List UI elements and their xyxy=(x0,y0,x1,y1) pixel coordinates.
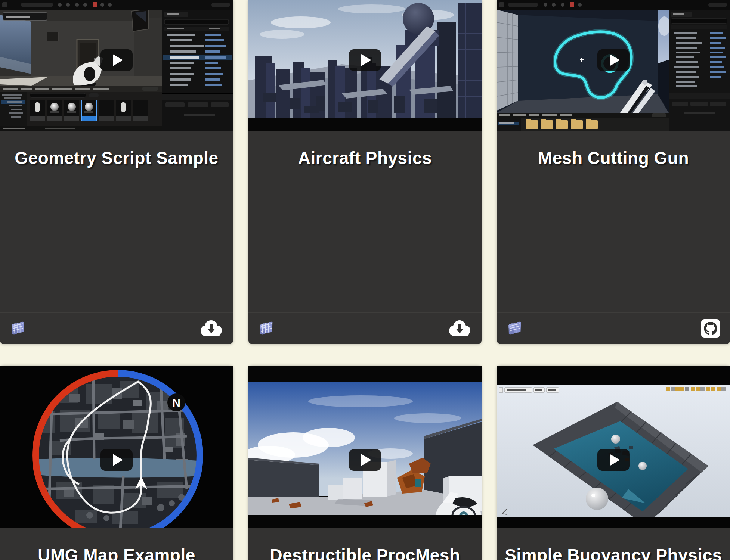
project-title: Aircraft Physics xyxy=(252,148,478,168)
project-card-aircraft-physics: Aircraft Physics xyxy=(248,0,482,344)
play-button[interactable] xyxy=(349,449,381,471)
play-icon xyxy=(361,454,371,466)
play-button[interactable] xyxy=(597,449,630,471)
video-thumbnail[interactable] xyxy=(0,0,233,131)
play-button[interactable] xyxy=(100,449,133,471)
play-icon xyxy=(610,454,620,466)
thumbnail-scene xyxy=(497,366,730,528)
project-card-geometry-script: Geometry Script Sample xyxy=(0,0,233,344)
project-title: Simple Buoyancy Physics xyxy=(501,545,726,560)
card-footer xyxy=(0,313,233,344)
play-button[interactable] xyxy=(100,49,133,71)
video-thumbnail[interactable] xyxy=(248,366,482,528)
card-footer xyxy=(497,313,730,344)
thumbnail-scene xyxy=(248,366,482,528)
video-thumbnail[interactable] xyxy=(497,366,730,528)
video-thumbnail[interactable] xyxy=(497,0,730,131)
play-icon xyxy=(113,454,123,466)
cloud-download-icon[interactable] xyxy=(199,319,223,338)
video-thumbnail[interactable]: N xyxy=(0,366,233,528)
projects-grid: Geometry Script Sample xyxy=(0,0,730,560)
windows-icon[interactable] xyxy=(10,320,27,337)
project-title: UMG Map Example xyxy=(4,545,229,560)
project-title: Destructible ProcMesh xyxy=(252,545,478,560)
compass-north-label: N xyxy=(172,396,180,409)
play-icon xyxy=(113,54,123,66)
play-icon xyxy=(610,54,620,66)
project-card-destructible-procmesh: Destructible ProcMesh xyxy=(248,366,482,560)
github-icon[interactable] xyxy=(701,319,720,338)
play-icon xyxy=(361,54,371,66)
play-button[interactable] xyxy=(349,49,381,71)
windows-icon[interactable] xyxy=(507,320,524,337)
project-title: Mesh Cutting Gun xyxy=(501,148,726,168)
thumbnail-scene: N xyxy=(0,366,233,528)
card-footer xyxy=(248,313,482,344)
project-card-mesh-cutting-gun: Mesh Cutting Gun xyxy=(497,0,730,344)
cloud-download-icon[interactable] xyxy=(447,319,472,338)
project-card-umg-map: N UMG Map Example xyxy=(0,366,233,560)
windows-icon[interactable] xyxy=(258,320,275,337)
video-thumbnail[interactable] xyxy=(248,0,482,131)
play-button[interactable] xyxy=(597,49,630,71)
project-card-buoyancy: Simple Buoyancy Physics xyxy=(497,366,730,560)
project-title: Geometry Script Sample xyxy=(4,148,229,168)
